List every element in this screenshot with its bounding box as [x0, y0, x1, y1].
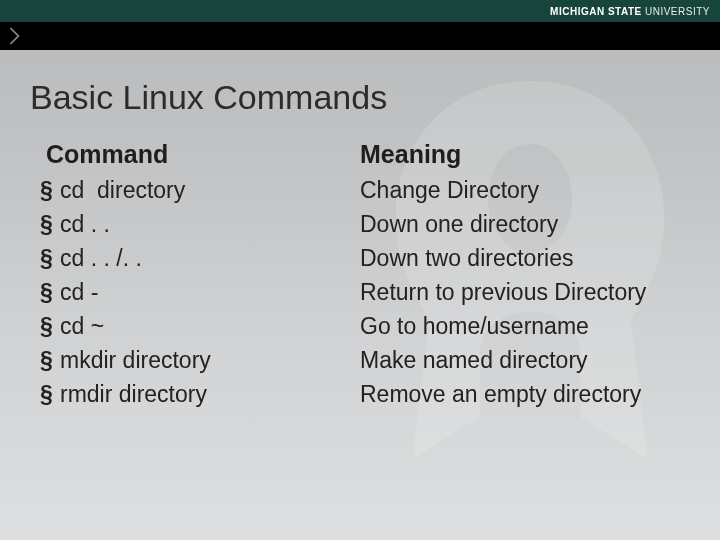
command-text: rmdir directory	[60, 377, 207, 411]
meaning-column: Meaning Change DirectoryDown one directo…	[360, 140, 680, 411]
command-text: cd . .	[60, 207, 110, 241]
bullet-icon: §	[40, 343, 60, 377]
bullet-icon: §	[40, 275, 60, 309]
command-row: §rmdir directory	[40, 377, 360, 411]
brand-strong: MICHIGAN STATE	[550, 6, 642, 17]
meaning-row: Down two directories	[360, 241, 680, 275]
command-row: §cd . . /. .	[40, 241, 360, 275]
command-text: mkdir directory	[60, 343, 211, 377]
chevron-right-icon	[0, 22, 30, 50]
header-bar: MICHIGAN STATE UNIVERSITY	[0, 0, 720, 22]
meaning-row: Return to previous Directory	[360, 275, 680, 309]
meaning-row: Make named directory	[360, 343, 680, 377]
meaning-header: Meaning	[360, 140, 680, 169]
command-row: §cd directory	[40, 173, 360, 207]
command-row: §cd . .	[40, 207, 360, 241]
meaning-text: Go to home/username	[360, 309, 589, 343]
command-text: cd . . /. .	[60, 241, 142, 275]
meaning-text: Return to previous Directory	[360, 275, 646, 309]
meaning-text: Down one directory	[360, 207, 558, 241]
meaning-text: Down two directories	[360, 241, 573, 275]
content-area: Command §cd directory§cd . .§cd . . /. .…	[40, 140, 680, 411]
command-row: §mkdir directory	[40, 343, 360, 377]
command-text: cd -	[60, 275, 98, 309]
sub-bar	[0, 22, 720, 50]
command-text: cd ~	[60, 309, 104, 343]
brand-label: MICHIGAN STATE UNIVERSITY	[550, 6, 710, 17]
meaning-row: Go to home/username	[360, 309, 680, 343]
page-title: Basic Linux Commands	[30, 78, 387, 117]
bullet-icon: §	[40, 173, 60, 207]
brand-light: UNIVERSITY	[642, 6, 710, 17]
command-row: §cd ~	[40, 309, 360, 343]
meaning-text: Make named directory	[360, 343, 588, 377]
bullet-icon: §	[40, 309, 60, 343]
bullet-icon: §	[40, 377, 60, 411]
meaning-row: Change Directory	[360, 173, 680, 207]
command-text: cd directory	[60, 173, 185, 207]
meaning-row: Down one directory	[360, 207, 680, 241]
slide: MICHIGAN STATE UNIVERSITY Basic Linux Co…	[0, 0, 720, 540]
command-row: §cd -	[40, 275, 360, 309]
command-header: Command	[40, 140, 360, 169]
bullet-icon: §	[40, 207, 60, 241]
command-column: Command §cd directory§cd . .§cd . . /. .…	[40, 140, 360, 411]
meaning-row: Remove an empty directory	[360, 377, 680, 411]
meaning-text: Remove an empty directory	[360, 377, 641, 411]
bullet-icon: §	[40, 241, 60, 275]
meaning-text: Change Directory	[360, 173, 539, 207]
